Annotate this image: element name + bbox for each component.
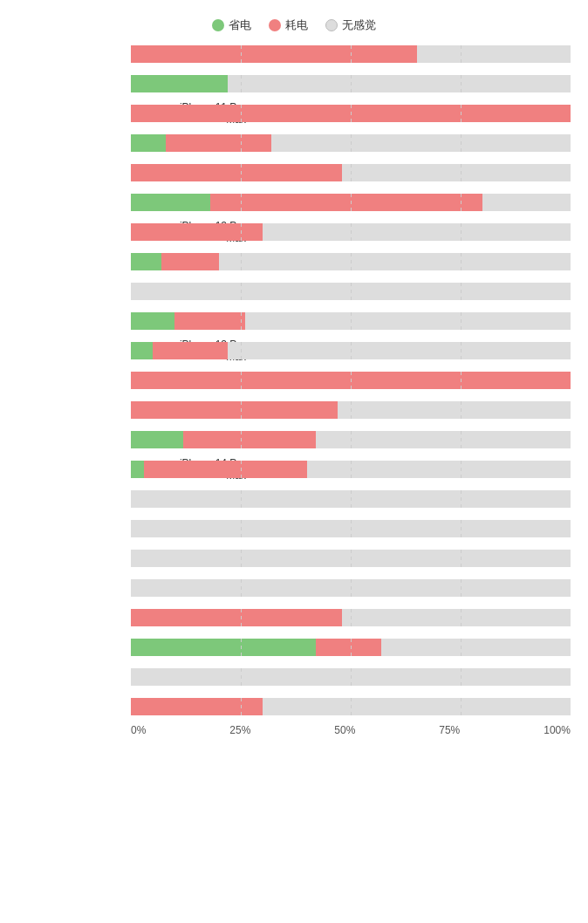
bar-track	[131, 194, 571, 211]
bar-track	[131, 550, 571, 567]
bar-track	[131, 45, 571, 63]
legend: 省电 耗电 无感觉	[9, 17, 579, 33]
bar-track	[131, 639, 571, 656]
bar-row: iPhone 14 Pro	[131, 426, 571, 454]
bar-track-wrapper	[131, 639, 571, 656]
bar-segment-red	[316, 639, 382, 656]
bar-row: iPhone 12 Pro	[131, 188, 571, 216]
bar-track-wrapper	[131, 490, 571, 508]
bar-segment-green	[131, 134, 166, 152]
xaxis-label-0: 0%	[131, 724, 146, 736]
bar-row: iPhone X	[131, 604, 571, 632]
bar-track-wrapper	[131, 134, 571, 152]
bar-track	[131, 134, 571, 152]
bar-segment-green	[131, 639, 316, 656]
bar-row: iPhone 12 mini	[131, 159, 571, 187]
bar-row: iPhone 14 Plus	[131, 396, 571, 424]
x-axis: 0% 25% 50% 75% 100%	[131, 724, 571, 736]
bar-row: iPhone SE 第2代	[131, 544, 571, 572]
bar-segment-green	[131, 461, 144, 478]
bar-segment-green	[131, 342, 153, 359]
bar-track-wrapper	[131, 520, 571, 537]
bar-row: iPhone SE 第3代	[131, 574, 571, 602]
bar-track-wrapper	[131, 164, 571, 181]
legend-item-green: 省电	[212, 17, 251, 33]
legend-dot-red	[269, 19, 281, 31]
bar-track-wrapper	[131, 550, 571, 567]
bar-row: iPhone 13	[131, 248, 571, 276]
bar-row: iPhone 14 Pro Max	[131, 455, 571, 483]
bar-segment-red	[131, 372, 571, 389]
bar-track	[131, 342, 571, 359]
bar-segment-green	[131, 253, 161, 270]
legend-label-gray: 无感觉	[342, 17, 376, 33]
bar-row: iPhone 12	[131, 129, 571, 157]
legend-label-red: 耗电	[285, 17, 308, 33]
bar-segment-red	[131, 401, 338, 419]
bar-track-wrapper	[131, 579, 571, 597]
bar-segment-red	[174, 312, 245, 330]
bar-row: iPhone 11 Pro Max	[131, 99, 571, 127]
bar-track	[131, 490, 571, 508]
bar-track	[131, 609, 571, 626]
legend-item-red: 耗电	[269, 17, 308, 33]
bar-track	[131, 105, 571, 122]
bar-segment-red	[131, 164, 342, 181]
bar-track	[131, 520, 571, 537]
bar-track-wrapper	[131, 609, 571, 626]
bar-segment-red	[153, 342, 228, 359]
bar-row: iPhone XS Max	[131, 693, 571, 721]
bar-segment-red	[131, 45, 417, 63]
bar-segment-red	[131, 698, 263, 715]
xaxis-label-50: 50%	[334, 724, 355, 736]
bar-track	[131, 668, 571, 686]
bar-track-wrapper	[131, 75, 571, 92]
legend-label-green: 省电	[229, 17, 251, 33]
bar-segment-green	[131, 431, 183, 448]
bar-track-wrapper	[131, 372, 571, 389]
bar-track	[131, 164, 571, 181]
bar-segment-red	[161, 253, 219, 270]
bar-row: iPhone 13 Pro Max	[131, 337, 571, 365]
bar-track-wrapper	[131, 668, 571, 686]
bar-segment-red	[183, 431, 315, 448]
bar-segment-green	[131, 75, 228, 92]
legend-dot-gray	[325, 19, 338, 31]
bar-track-wrapper	[131, 283, 571, 300]
bar-row: iPhone 11 Pro	[131, 70, 571, 98]
bar-segment-red	[144, 461, 306, 478]
bar-track	[131, 223, 571, 241]
xaxis-label-25: 25%	[229, 724, 250, 736]
bar-segment-red	[166, 134, 271, 152]
bar-track	[131, 461, 571, 478]
bar-row: iPhone XR	[131, 633, 571, 661]
legend-dot-green	[212, 19, 224, 31]
bar-track	[131, 283, 571, 300]
bar-track-wrapper	[131, 431, 571, 448]
bar-track-wrapper	[131, 698, 571, 715]
bar-track	[131, 698, 571, 715]
bar-track-wrapper	[131, 461, 571, 478]
bar-segment-green	[131, 312, 174, 330]
bar-track-wrapper	[131, 105, 571, 122]
bar-row: iPhone 13 mini	[131, 277, 571, 305]
bar-track	[131, 253, 571, 270]
bar-track-wrapper	[131, 401, 571, 419]
bar-track	[131, 579, 571, 597]
bar-segment-red	[131, 609, 342, 626]
bar-row: iPhone 13 Pro	[131, 307, 571, 335]
bar-track-wrapper	[131, 223, 571, 241]
bar-row: iPhone 12 Pro Max	[131, 218, 571, 246]
bar-track-wrapper	[131, 312, 571, 330]
bar-row: iPhone 8	[131, 485, 571, 513]
bar-segment-red	[131, 105, 571, 122]
bar-segment-green	[131, 194, 210, 211]
bar-segment-red	[131, 223, 263, 241]
bar-track	[131, 312, 571, 330]
bar-row: iPhone XS	[131, 663, 571, 691]
chart-area: iPhone 11iPhone 11 ProiPhone 11 Pro Maxi…	[9, 40, 579, 721]
bar-track	[131, 75, 571, 92]
xaxis-label-100: 100%	[544, 724, 571, 736]
bar-track	[131, 372, 571, 389]
bar-track-wrapper	[131, 194, 571, 211]
